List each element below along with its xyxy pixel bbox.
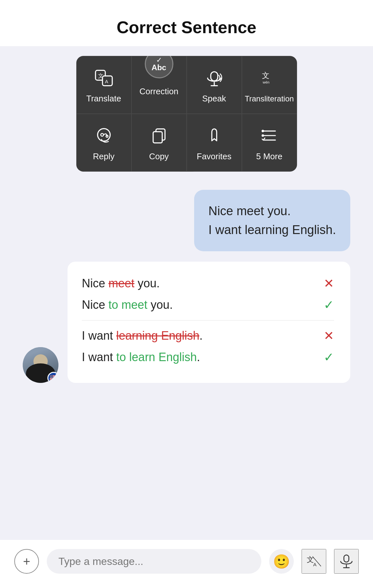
check-icon-2: ✓ bbox=[324, 350, 334, 364]
more-icon bbox=[258, 124, 280, 147]
more-label: 5 More bbox=[256, 151, 282, 162]
svg-rect-13 bbox=[153, 132, 162, 143]
chat-area: 文 A Translate ✓ Abc Correction bbox=[0, 46, 373, 383]
menu-item-correction[interactable]: ✓ Abc Correction bbox=[131, 56, 187, 114]
correction-text-1-correct: Nice to meet you. bbox=[82, 296, 173, 314]
flag-badge: 🇺🇸 bbox=[47, 372, 58, 383]
abc-correction-icon: ✓ Abc bbox=[145, 56, 173, 78]
translate-bottom-icon: 文 A bbox=[306, 554, 322, 569]
mic-icon bbox=[339, 554, 354, 569]
page-title: Correct Sentence bbox=[0, 18, 373, 37]
transliteration-label: Transliteration bbox=[245, 94, 294, 104]
menu-item-translate[interactable]: 文 A Translate bbox=[76, 56, 131, 114]
svg-text:A: A bbox=[105, 79, 108, 84]
menu-item-copy[interactable]: Copy bbox=[131, 114, 187, 172]
bottom-bar: + 🙂 文 A bbox=[0, 540, 373, 588]
favorites-icon bbox=[203, 124, 225, 147]
correction-row-2-wrong: I want learning English. ✕ bbox=[82, 327, 334, 345]
correction-card: Nice meet you. ✕ Nice to meet you. ✓ I w… bbox=[68, 262, 350, 383]
correction-card-area: 🇺🇸 Nice meet you. ✕ Nice to meet you. ✓ bbox=[19, 262, 354, 383]
translate-bottom-button[interactable]: 文 A bbox=[302, 549, 326, 574]
correction-row-1-wrong: Nice meet you. ✕ bbox=[82, 275, 334, 292]
header: Correct Sentence bbox=[0, 0, 373, 46]
svg-text:wén: wén bbox=[262, 80, 269, 84]
correction-text-2-correct: I want to learn English. bbox=[82, 348, 200, 366]
reply-icon bbox=[93, 124, 115, 147]
correction-label: Correction bbox=[140, 86, 179, 97]
svg-point-17 bbox=[261, 130, 264, 132]
svg-text:A: A bbox=[313, 562, 317, 567]
chat-bubble-area: Nice meet you. I want learning English. bbox=[19, 190, 354, 252]
correction-divider bbox=[82, 320, 334, 320]
transliteration-icon: 文 wén bbox=[258, 67, 280, 89]
speak-icon bbox=[203, 67, 225, 89]
correction-text-2-wrong: I want learning English. bbox=[82, 327, 203, 345]
svg-rect-4 bbox=[211, 72, 218, 81]
svg-point-18 bbox=[261, 134, 264, 137]
context-menu-wrapper: 文 A Translate ✓ Abc Correction bbox=[19, 56, 354, 172]
reply-label: Reply bbox=[93, 151, 114, 162]
copy-icon bbox=[148, 124, 170, 147]
svg-rect-22 bbox=[344, 555, 349, 562]
chat-bubble-text: Nice meet you. I want learning English. bbox=[208, 202, 336, 240]
correction-row-2-correct: I want to learn English. ✓ bbox=[82, 348, 334, 366]
context-menu: 文 A Translate ✓ Abc Correction bbox=[76, 56, 297, 172]
wrong-icon-1: ✕ bbox=[324, 276, 334, 291]
add-button[interactable]: + bbox=[14, 549, 39, 574]
menu-item-reply[interactable]: Reply bbox=[76, 114, 131, 172]
avatar-area: 🇺🇸 bbox=[23, 347, 58, 383]
chat-bubble: Nice meet you. I want learning English. bbox=[194, 190, 350, 252]
favorites-label: Favorites bbox=[197, 151, 231, 162]
message-input[interactable] bbox=[47, 549, 261, 574]
menu-item-more[interactable]: 5 More bbox=[242, 114, 297, 172]
correction-row-1-correct: Nice to meet you. ✓ bbox=[82, 296, 334, 314]
check-icon-1: ✓ bbox=[324, 298, 334, 312]
menu-item-favorites[interactable]: Favorites bbox=[187, 114, 242, 172]
emoji-icon: 🙂 bbox=[273, 554, 290, 569]
speak-label: Speak bbox=[202, 93, 226, 104]
avatar: 🇺🇸 bbox=[23, 347, 58, 383]
translate-icon: 文 A bbox=[93, 67, 115, 89]
menu-item-transliteration[interactable]: 文 wén Transliteration bbox=[242, 56, 297, 114]
wrong-icon-2: ✕ bbox=[324, 329, 334, 343]
menu-item-speak[interactable]: Speak bbox=[187, 56, 242, 114]
correction-text-1-wrong: Nice meet you. bbox=[82, 275, 160, 292]
svg-text:文: 文 bbox=[262, 72, 269, 80]
translate-label: Translate bbox=[86, 93, 121, 104]
emoji-button[interactable]: 🙂 bbox=[269, 549, 294, 574]
mic-button[interactable] bbox=[334, 549, 359, 574]
copy-label: Copy bbox=[149, 151, 169, 162]
